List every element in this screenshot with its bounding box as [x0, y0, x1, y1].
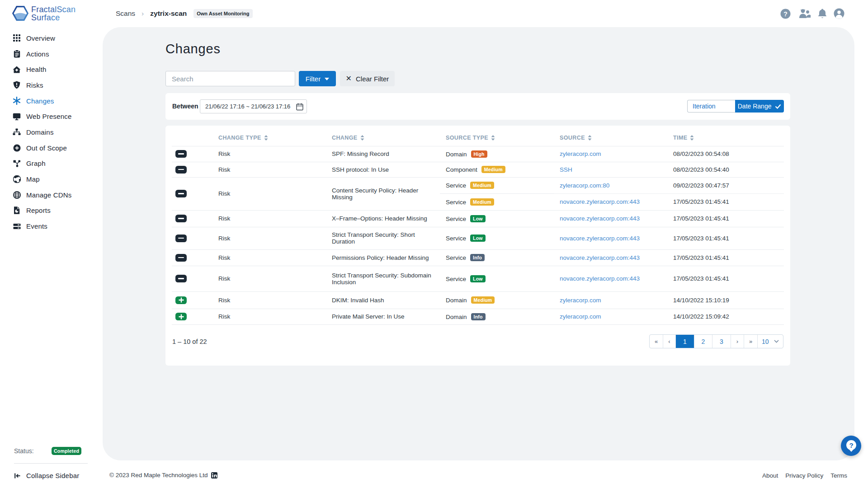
svg-text:?: ? [849, 441, 853, 449]
svg-text:?: ? [783, 10, 788, 17]
svg-text:Surface: Surface [31, 13, 60, 22]
